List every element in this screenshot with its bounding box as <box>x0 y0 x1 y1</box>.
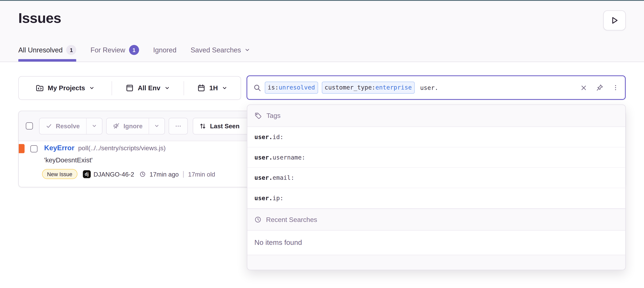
ellipsis-icon <box>175 122 182 129</box>
tag-suggestion-user-id[interactable]: user.id: <box>247 127 626 148</box>
issues-page: Issues All Unresolved 1 For Review 1 Ign… <box>0 0 644 288</box>
suggestion-rest: username: <box>272 154 305 161</box>
clock-icon <box>140 171 146 177</box>
pin-search-icon[interactable] <box>596 84 603 91</box>
tags-section-title: Tags <box>266 112 280 120</box>
tab-count-badge: 1 <box>129 45 139 55</box>
suggestion-match: user. <box>254 174 272 181</box>
token-value: unresolved <box>278 84 315 92</box>
active-tab-underline <box>18 59 76 62</box>
resolve-label: Resolve <box>56 122 80 130</box>
last-seen-time: 17min ago <box>150 170 179 178</box>
select-all-checkbox[interactable] <box>26 122 33 130</box>
suggestion-rest: id: <box>272 134 284 140</box>
recent-searches-empty-state: No items found <box>247 231 626 255</box>
search-options-kebab-icon[interactable] <box>612 84 619 91</box>
time-separator: | <box>182 170 184 178</box>
tag-suggestion-user-ip[interactable]: user.ip: <box>247 188 626 208</box>
environment-filter-label: All Env <box>138 84 160 92</box>
search-actions <box>580 84 619 91</box>
project-filter-label: My Projects <box>48 84 85 92</box>
token-key: is: <box>268 84 279 92</box>
suggestion-match: user. <box>254 195 272 202</box>
suggestion-rest: email: <box>272 174 294 181</box>
ignore-button[interactable]: Ignore <box>106 118 149 134</box>
tab-label: Ignored <box>153 46 176 54</box>
checkmark-icon <box>46 123 52 129</box>
page-header: Issues All Unresolved 1 For Review 1 Ign… <box>0 1 644 62</box>
recent-searches-section-header: Recent Searches <box>247 208 626 231</box>
suggestion-match: user. <box>254 134 272 140</box>
project-link[interactable]: dj DJANGO-46-2 <box>83 170 134 178</box>
tag-suggestion-user-email[interactable]: user.email: <box>247 168 626 188</box>
resolve-split-button: Resolve <box>39 118 102 134</box>
mute-icon <box>112 122 120 130</box>
tab-all-unresolved[interactable]: All Unresolved 1 <box>18 45 76 62</box>
search-icon <box>254 84 261 92</box>
dropdown-footer <box>247 255 626 270</box>
issue-checkbox[interactable] <box>30 145 38 152</box>
play-icon <box>610 16 619 24</box>
page-filter-bar: My Projects All Env <box>18 76 241 100</box>
environment-filter-dropdown[interactable]: All Env <box>112 77 184 100</box>
ignore-dropdown-caret[interactable] <box>149 118 165 134</box>
new-issue-badge: New Issue <box>42 169 77 179</box>
issue-age: 17min old <box>188 170 215 178</box>
tab-count-badge: 1 <box>66 45 76 55</box>
error-level-indicator <box>19 144 24 153</box>
sort-by-label: Last Seen <box>210 122 240 130</box>
token-key: customer_type: <box>324 84 376 92</box>
chevron-down-icon <box>164 85 170 91</box>
issue-search-input[interactable]: is:unresolved customer_type:enterprise u… <box>246 75 626 100</box>
issue-title-link[interactable]: KeyError <box>44 144 74 152</box>
suggestion-match: user. <box>254 154 272 161</box>
issue-meta-line: New Issue dj DJANGO-46-2 17min ago | 17m… <box>42 169 215 179</box>
tab-ignored[interactable]: Ignored <box>153 45 176 62</box>
project-slug: DJANGO-46-2 <box>94 170 134 178</box>
clock-icon <box>254 216 261 223</box>
ignore-split-button: Ignore <box>106 118 165 134</box>
ignore-label: Ignore <box>124 122 142 130</box>
search-token-customer-type[interactable]: customer_type:enterprise <box>322 82 415 94</box>
issue-times: 17min ago | 17min old <box>140 170 215 178</box>
clear-search-icon[interactable] <box>580 84 587 91</box>
chevron-down-icon <box>89 85 95 91</box>
tab-for-review[interactable]: For Review 1 <box>90 45 139 62</box>
environment-icon <box>126 84 134 92</box>
time-range-filter-dropdown[interactable]: 1H <box>184 77 240 100</box>
recent-searches-title: Recent Searches <box>266 216 317 224</box>
suggestion-rest: ip: <box>272 195 284 202</box>
tab-label: Saved Searches <box>190 46 241 54</box>
token-value: enterprise <box>376 84 412 92</box>
issue-title-line: KeyError poll(../../sentry/scripts/views… <box>44 144 166 152</box>
tab-label: For Review <box>90 46 125 54</box>
tag-icon <box>254 112 262 120</box>
chevron-down-icon <box>222 85 228 91</box>
sort-arrows-icon <box>200 122 206 129</box>
tab-label: All Unresolved <box>18 46 63 54</box>
search-autocomplete-dropdown: Tags user.id: user.username: user.email:… <box>247 104 626 270</box>
tab-saved-searches[interactable]: Saved Searches <box>190 45 250 62</box>
chevron-down-icon <box>244 47 250 53</box>
more-actions-button[interactable] <box>169 118 188 134</box>
tag-suggestion-user-username[interactable]: user.username: <box>247 148 626 168</box>
projects-icon <box>36 84 44 92</box>
sort-by-button[interactable]: Last Seen <box>193 118 255 134</box>
issue-culprit: poll(../../sentry/scripts/views.js) <box>78 144 166 152</box>
django-icon: dj <box>83 170 91 178</box>
tags-section-header: Tags <box>247 105 626 127</box>
calendar-icon <box>197 84 205 92</box>
issue-tabs: All Unresolved 1 For Review 1 Ignored Sa… <box>18 45 250 62</box>
time-range-label: 1H <box>209 84 218 92</box>
resolve-dropdown-caret[interactable] <box>86 118 102 134</box>
project-filter-dropdown[interactable]: My Projects <box>19 77 112 100</box>
search-typed-text: user. <box>420 84 438 91</box>
page-title: Issues <box>18 10 61 26</box>
replay-tour-button[interactable] <box>603 10 626 30</box>
issue-message: 'keyDoesntExist' <box>44 156 92 164</box>
search-token-is-unresolved[interactable]: is:unresolved <box>265 82 318 94</box>
resolve-button[interactable]: Resolve <box>40 118 86 134</box>
